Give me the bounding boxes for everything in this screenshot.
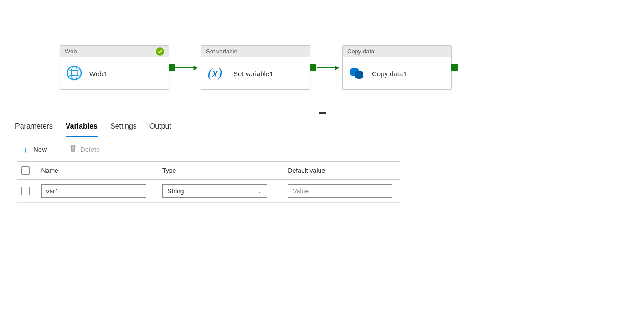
toolbar-divider <box>58 144 58 155</box>
activity-body: Copy data1 <box>343 57 451 89</box>
delete-button[interactable]: Delete <box>67 144 102 155</box>
output-port[interactable] <box>451 64 458 71</box>
activity-name: Web1 <box>89 70 107 78</box>
properties-panel: Parameters Variables Settings Output ＋ N… <box>0 114 644 203</box>
delete-button-label: Delete <box>80 145 100 153</box>
output-port[interactable] <box>169 64 175 71</box>
activity-name: Set variable1 <box>233 70 273 78</box>
trash-icon <box>69 145 77 154</box>
variable-type-value: String <box>167 187 184 195</box>
copy-data-icon <box>349 65 365 82</box>
col-header-name: Name <box>41 167 153 174</box>
activity-copy-data[interactable]: Copy data Copy data1 <box>342 45 452 90</box>
select-all-checkbox[interactable] <box>21 166 30 175</box>
pipeline-canvas[interactable]: Web Web1 Set variable <box>0 0 644 114</box>
activity-body: Web1 <box>60 57 169 89</box>
tab-output[interactable]: Output <box>149 122 171 137</box>
panel-resize-grip[interactable] <box>319 112 326 114</box>
properties-tabs: Parameters Variables Settings Output <box>0 114 644 137</box>
new-button[interactable]: ＋ New <box>19 145 49 154</box>
new-button-label: New <box>33 145 47 153</box>
activity-type-label: Set variable <box>206 48 237 55</box>
variable-row: String ⌄ <box>17 180 400 203</box>
activity-name: Copy data1 <box>372 70 407 78</box>
activity-body: (x) Set variable1 <box>201 57 310 89</box>
chevron-down-icon: ⌄ <box>258 188 262 194</box>
variables-toolbar: ＋ New Delete <box>0 137 644 161</box>
activity-header: Copy data <box>343 46 451 57</box>
col-header-default: Default value <box>288 167 395 174</box>
activity-type-label: Web <box>65 48 77 55</box>
globe-icon <box>67 65 82 82</box>
col-header-type: Type <box>162 167 278 174</box>
activity-header: Set variable <box>201 46 310 57</box>
tab-settings[interactable]: Settings <box>110 122 137 137</box>
activity-header: Web <box>60 46 169 57</box>
tab-parameters[interactable]: Parameters <box>15 122 53 137</box>
variable-name-input[interactable] <box>41 184 146 198</box>
row-checkbox[interactable] <box>21 187 30 195</box>
success-check-icon <box>156 47 164 56</box>
svg-text:(x): (x) <box>208 66 222 80</box>
pipeline-connector <box>175 64 203 73</box>
variable-type-select[interactable]: String ⌄ <box>162 184 267 198</box>
variables-grid: Name Type Default value String ⌄ <box>17 161 400 203</box>
grid-header-row: Name Type Default value <box>17 162 400 180</box>
activity-set-variable[interactable]: Set variable (x) Set variable1 <box>201 45 310 90</box>
activity-type-label: Copy data <box>347 48 374 55</box>
variable-default-input[interactable] <box>288 184 392 198</box>
output-port[interactable] <box>310 64 316 71</box>
pipeline-connector <box>317 64 344 73</box>
tab-variables[interactable]: Variables <box>66 122 98 137</box>
variable-icon: (x) <box>208 65 226 82</box>
activity-web[interactable]: Web Web1 <box>60 45 169 90</box>
